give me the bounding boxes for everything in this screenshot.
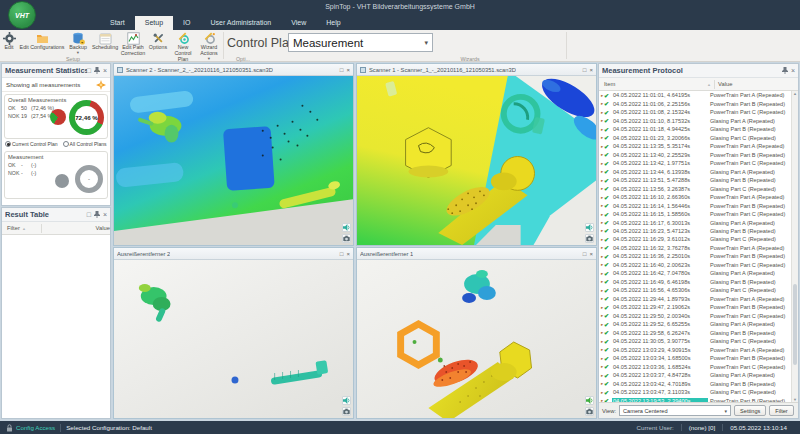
scanner1-3d-view[interactable]	[357, 76, 596, 245]
protocol-scrollbar[interactable]: ▲ ▼	[791, 91, 798, 402]
scroll-up-icon[interactable]: ▲	[793, 91, 797, 96]
speaker-icon[interactable]	[585, 223, 594, 232]
filter-button[interactable]: Filter	[769, 405, 793, 416]
speaker-icon[interactable]	[342, 396, 351, 405]
protocol-row[interactable]: ▸ ✔ 04.05.2022 13:03:34, 1.68500s PowerT…	[599, 354, 798, 362]
protocol-row[interactable]: ▸ ✔ 04.05.2022 11:16:14, 1.56446s PowerT…	[599, 201, 798, 209]
close-icon[interactable]: ×	[103, 211, 107, 218]
protocol-row[interactable]: ▸ ✔ 04.05.2022 11:16:49, 6.46198s Glasin…	[599, 278, 798, 286]
protocol-row[interactable]: ▸ ✔ 04.05.2022 11:01:10, 8.17532s Glasin…	[599, 116, 798, 124]
tab-io[interactable]: IO	[173, 16, 200, 30]
protocol-row[interactable]: ▸ ✔ 04.05.2022 11:01:23, 3.20066s Glasin…	[599, 133, 798, 141]
options-button[interactable]: Options	[146, 32, 170, 56]
column-value[interactable]: Value	[718, 81, 798, 87]
result-table-body[interactable]	[2, 235, 110, 418]
tab-start[interactable]: Start	[100, 16, 135, 30]
close-icon[interactable]: ×	[589, 67, 593, 73]
protocol-row[interactable]: ▸ ✔ 04.05.2022 11:13:56, 3.26387s Glasin…	[599, 184, 798, 192]
camera-icon[interactable]	[342, 234, 351, 243]
scrollbar-thumb[interactable]	[793, 284, 797, 365]
settings-button[interactable]: Settings	[734, 405, 766, 416]
scheduling-button[interactable]: Scheduling	[90, 32, 120, 56]
config-access-label[interactable]: Config Access	[16, 424, 55, 431]
control-plan-select[interactable]: Measurement ▾	[288, 33, 433, 52]
protocol-row[interactable]: ▸ ✔ 04.05.2022 11:01:01, 4.64195s PowerT…	[599, 91, 798, 99]
protocol-row[interactable]: ▸ ✔ 04.05.2022 11:01:18, 4.94425s Glasin…	[599, 125, 798, 133]
scanner2-3d-view[interactable]	[114, 76, 353, 245]
protocol-row[interactable]: ▸ ✔ 04.05.2022 11:16:56, 4.65306s Glasin…	[599, 286, 798, 294]
camera-icon[interactable]	[342, 407, 351, 416]
tab-setup[interactable]: Setup	[135, 16, 173, 30]
edit-path-correction-button[interactable]: Edit Path Correction	[120, 32, 146, 56]
camera-icon[interactable]	[585, 407, 594, 416]
pin-icon[interactable]	[782, 67, 788, 74]
maximize-icon[interactable]: □	[340, 67, 344, 73]
backup-button[interactable]: Backup ▾	[66, 32, 90, 56]
protocol-row[interactable]: ▸ ✔ 04.05.2022 11:13:44, 6.13938s Glasin…	[599, 167, 798, 175]
refresh-star-icon[interactable]	[96, 80, 106, 90]
protocol-row[interactable]: ▸ ✔ 04.05.2022 11:16:17, 6.30013s Glasin…	[599, 218, 798, 226]
protocol-row[interactable]: ▸ ✔ 04.05.2022 11:16:29, 3.61012s Glasin…	[599, 235, 798, 243]
protocol-row[interactable]: ▸ ✔ 04.05.2022 11:16:42, 7.04780s Glasin…	[599, 269, 798, 277]
protocol-row[interactable]: ▸ ✔ 04.05.2022 11:29:58, 6.26247s Glasin…	[599, 329, 798, 337]
protocol-row[interactable]: ▸ ✔ 04.05.2022 11:13:35, 5.35174s PowerT…	[599, 142, 798, 150]
close-icon[interactable]: ×	[791, 67, 795, 74]
protocol-row[interactable]: ▸ ✔ 04.05.2022 11:16:15, 1.58560s PowerT…	[599, 210, 798, 218]
protocol-row[interactable]: ▸ ✔ 04.05.2022 11:01:08, 2.15324s PowerT…	[599, 108, 798, 116]
viewport-titlebar[interactable]: Scanner 2 - Scanner_2_-_20210116_1210503…	[114, 64, 353, 76]
outlier-remover-2-3d-view[interactable]	[114, 260, 353, 418]
edit-configurations-button[interactable]: Edit Configurations	[18, 32, 66, 56]
speaker-icon[interactable]	[585, 396, 594, 405]
protocol-row[interactable]: ▸ ✔ 04.05.2022 11:29:44, 1.89793s PowerT…	[599, 295, 798, 303]
protocol-row[interactable]: ▸ ✔ 04.05.2022 11:13:42, 1.97751s PowerT…	[599, 159, 798, 167]
protocol-row[interactable]: ▸ ✔ 04.05.2022 13:03:29, 4.90915s PowerT…	[599, 346, 798, 354]
edit-button[interactable]: Edit	[0, 32, 18, 56]
viewport-titlebar[interactable]: Ausreißerentferner 2 □×	[114, 248, 353, 260]
scroll-down-icon[interactable]: ▼	[793, 397, 797, 402]
camera-icon[interactable]	[585, 234, 594, 243]
protocol-row[interactable]: ▸ ✔ 04.05.2022 11:29:52, 6.65255s Glasin…	[599, 320, 798, 328]
protocol-row[interactable]: ▸ ✔ 04.05.2022 11:16:23, 5.47123s Glasin…	[599, 227, 798, 235]
viewport-titlebar[interactable]: Ausreißerentferner 1 □×	[357, 248, 596, 260]
pin-icon[interactable]	[94, 211, 100, 218]
protocol-row[interactable]: ▸ ✔ 04.05.2022 11:16:32, 3.76278s PowerT…	[599, 244, 798, 252]
column-value[interactable]: Value	[96, 225, 110, 231]
protocol-row[interactable]: ▸ ✔ 04.05.2022 11:16:40, 2.00623s PowerT…	[599, 261, 798, 269]
maximize-icon[interactable]: □	[87, 67, 91, 74]
close-icon[interactable]: ×	[346, 67, 350, 73]
column-item[interactable]: Item	[599, 81, 615, 87]
protocol-row[interactable]: ▸ ✔ 04.05.2022 13:03:36, 1.68524s PowerT…	[599, 363, 798, 371]
protocol-row[interactable]: ▸ ✔ 04.05.2022 11:29:50, 2.00340s PowerT…	[599, 312, 798, 320]
protocol-row[interactable]: ▸ ✔ 04.05.2022 11:16:36, 2.25010s PowerT…	[599, 252, 798, 260]
maximize-icon[interactable]: □	[340, 251, 344, 257]
protocol-row[interactable]: ▸ ✔ 04.05.2022 11:13:51, 5.47288s Glasin…	[599, 176, 798, 184]
new-control-plan-button[interactable]: New Control Plan ▾	[170, 32, 196, 56]
protocol-row[interactable]: ▸ ✔ 04.05.2022 13:03:42, 4.70189s Glasin…	[599, 379, 798, 387]
radio-all-control-plans[interactable]: All Control Plans	[63, 141, 107, 147]
pin-icon[interactable]	[94, 67, 100, 74]
radio-current-control-plan[interactable]: Current Control Plan	[5, 141, 58, 147]
protocol-row[interactable]: ▸ ✔ 04.05.2022 11:01:06, 2.25156s PowerT…	[599, 99, 798, 107]
maximize-icon[interactable]: □	[583, 67, 587, 73]
maximize-icon[interactable]: □	[583, 251, 587, 257]
column-filter[interactable]: Filter	[2, 225, 20, 231]
close-icon[interactable]: ×	[589, 251, 593, 257]
tab-user-administration[interactable]: User Administration	[200, 16, 281, 30]
protocol-row[interactable]: ▸ ✔ 04.05.2022 11:16:10, 2.66360s PowerT…	[599, 193, 798, 201]
protocol-row[interactable]: ▸ ✔ 04.05.2022 11:30:05, 3.90775s Glasin…	[599, 337, 798, 345]
protocol-row[interactable]: ▸ ✔ 04.05.2022 13:03:47, 3.11033s Glasin…	[599, 388, 798, 396]
protocol-row[interactable]: ▸ ✔ 04.05.2022 11:13:40, 2.25529s PowerT…	[599, 150, 798, 158]
viewport-titlebar[interactable]: Scanner 1 - Scanner_1_-_20210116_1210503…	[357, 64, 596, 76]
tab-help[interactable]: Help	[316, 16, 350, 30]
speaker-icon[interactable]	[342, 223, 351, 232]
close-icon[interactable]: ×	[346, 251, 350, 257]
wizard-actions-button[interactable]: Wizard Actions ▾	[196, 32, 222, 56]
protocol-row[interactable]: ▸ ✔ 04.05.2022 13:03:37, 4.84728s Glasin…	[599, 371, 798, 379]
maximize-icon[interactable]: □	[87, 211, 91, 218]
tab-view[interactable]: View	[281, 16, 316, 30]
protocol-row[interactable]: ▸ ✔ 04.05.2022 11:29:47, 2.19062s PowerT…	[599, 303, 798, 311]
protocol-row[interactable]: ▸ ✔ 04.05.2022 13:19:53, 2.39400s PowerT…	[599, 396, 798, 402]
close-icon[interactable]: ×	[103, 67, 107, 74]
outlier-remover-1-3d-view[interactable]	[357, 260, 596, 418]
view-select[interactable]: Camera Centered ▾	[619, 405, 731, 416]
